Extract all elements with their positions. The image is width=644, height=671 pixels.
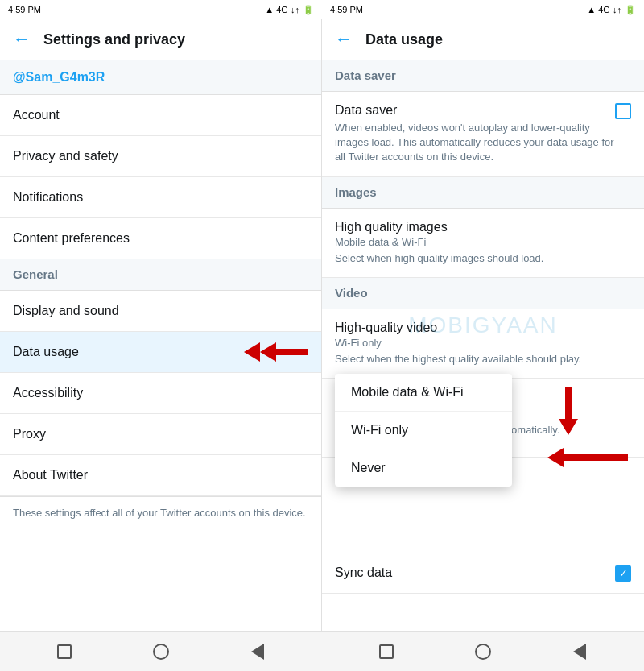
data-saver-item[interactable]: Data saver When enabled, videos won't au… (322, 92, 644, 177)
right-status-right: ▲ 4G ↓↑ 🔋 (587, 5, 636, 15)
right-nav-triangle[interactable] (568, 640, 592, 664)
data-saver-section-header: Data saver (322, 60, 644, 92)
right-time: 4:59 PM (330, 5, 363, 14)
settings-item-display-label: Display and sound (13, 304, 119, 317)
data-saver-checkbox[interactable] (615, 103, 631, 119)
settings-item-display[interactable]: Display and sound (0, 291, 321, 332)
svg-marker-1 (244, 342, 260, 362)
high-quality-images-subtitle: Mobile data & Wi-Fi (335, 236, 631, 248)
account-name: @Sam_G4m3R (13, 70, 105, 84)
video-section-label: Video (335, 286, 368, 300)
settings-item-accessibility[interactable]: Accessibility (0, 373, 321, 414)
right-panel: ← Data usage MOBIGYAAN Data saver Data s… (322, 19, 644, 631)
right-panel-header: ← Data usage (322, 19, 644, 60)
right-panel-title: Data usage (365, 31, 443, 48)
right-battery: 🔋 (625, 5, 636, 15)
square-icon (57, 644, 72, 659)
images-section-header: Images (322, 177, 644, 209)
high-quality-video-item[interactable]: High-quality video Wi-Fi only Select whe… (322, 309, 644, 379)
images-section-label: Images (335, 185, 377, 199)
right-nav-circle[interactable] (471, 640, 495, 664)
data-saver-row: Data saver When enabled, videos won't au… (335, 103, 631, 165)
triangle-icon (251, 644, 264, 660)
data-saver-title: Data saver (335, 103, 615, 118)
footer-text: These settings affect all of your Twitte… (13, 507, 306, 519)
sync-data-row: Sync data ✓ (335, 565, 631, 582)
video-section-header: Video (322, 278, 644, 309)
settings-item-proxy-label: Proxy (13, 427, 46, 441)
nav-bars (0, 631, 644, 671)
settings-item-privacy-label: Privacy and safety (13, 149, 118, 163)
left-status-bar: 4:59 PM ▲ 4G ↓↑ 🔋 (0, 0, 322, 19)
left-panel: ← Settings and privacy @Sam_G4m3R Accoun… (0, 19, 322, 631)
screens-container: ← Settings and privacy @Sam_G4m3R Accoun… (0, 19, 644, 631)
red-arrow-down (557, 387, 580, 435)
high-quality-images-description: Select when high quality images should l… (335, 251, 631, 266)
data-usage-list: Data saver Data saver When enabled, vide… (322, 60, 644, 631)
left-status-right: ▲ 4G ↓↑ 🔋 (265, 5, 314, 15)
circle-icon-right (475, 644, 491, 660)
high-quality-video-subtitle: Wi-Fi only (335, 337, 631, 349)
settings-item-data-usage[interactable]: Data usage (0, 332, 321, 373)
left-time: 4:59 PM (8, 5, 41, 14)
left-battery: 🔋 (303, 5, 314, 15)
high-quality-video-description: Select when the highest quality availabl… (335, 352, 631, 367)
right-nav-square[interactable] (374, 640, 398, 664)
triangle-icon-right (573, 644, 586, 660)
settings-item-privacy[interactable]: Privacy and safety (0, 136, 321, 177)
left-panel-header: ← Settings and privacy (0, 19, 321, 60)
left-nav-circle[interactable] (149, 640, 173, 664)
right-signal: ▲ 4G ↓↑ (587, 5, 621, 14)
general-section-header: General (0, 259, 321, 291)
footer-note: These settings affect all of your Twitte… (0, 496, 321, 528)
settings-list: @Sam_G4m3R Account Privacy and safety No… (0, 60, 321, 631)
settings-item-content[interactable]: Content preferences (0, 218, 321, 259)
settings-item-data-usage-label: Data usage (13, 345, 79, 358)
high-quality-images-title: High quality images (335, 220, 631, 234)
svg-marker-0 (260, 342, 308, 362)
general-section-label: General (13, 267, 58, 281)
dropdown-item-wifi-only[interactable]: Wi-Fi only (335, 412, 512, 449)
dropdown-item-never[interactable]: Never (335, 449, 512, 487)
circle-icon (153, 644, 169, 660)
status-bars: 4:59 PM ▲ 4G ↓↑ 🔋 4:59 PM ▲ 4G ↓↑ 🔋 (0, 0, 644, 19)
settings-item-notifications[interactable]: Notifications (0, 177, 321, 218)
data-saver-description: When enabled, videos won't autoplay and … (335, 121, 615, 165)
red-arrow-to-dropdown (547, 446, 628, 469)
high-quality-video-title: High-quality video (335, 321, 631, 335)
high-quality-images-item[interactable]: High quality images Mobile data & Wi-Fi … (322, 209, 644, 278)
right-nav-bar (322, 632, 644, 671)
square-icon-right (379, 644, 394, 659)
svg-marker-2 (559, 387, 578, 435)
settings-item-content-label: Content preferences (13, 231, 130, 245)
settings-item-account[interactable]: Account (0, 95, 321, 136)
left-signal: ▲ 4G ↓↑ (265, 5, 299, 14)
svg-marker-3 (547, 448, 628, 467)
data-saver-info: Data saver When enabled, videos won't au… (335, 103, 615, 165)
left-back-button[interactable]: ← (13, 31, 31, 48)
dropdown-item-mobile-wifi[interactable]: Mobile data & Wi-Fi (335, 374, 512, 412)
red-arrow-left (244, 341, 308, 363)
data-saver-section-label: Data saver (335, 68, 396, 82)
settings-item-notifications-label: Notifications (13, 190, 83, 204)
sync-data-item[interactable]: Sync data ✓ (322, 554, 644, 594)
left-nav-square[interactable] (52, 640, 76, 664)
left-nav-bar (0, 632, 322, 671)
account-section[interactable]: @Sam_G4m3R (0, 60, 321, 95)
settings-item-account-label: Account (13, 108, 60, 122)
video-autoplay-dropdown: Mobile data & Wi-Fi Wi-Fi only Never (335, 374, 512, 487)
settings-item-about[interactable]: About Twitter (0, 455, 321, 496)
sync-data-title: Sync data (335, 565, 392, 580)
left-panel-title: Settings and privacy (43, 31, 185, 48)
settings-item-proxy[interactable]: Proxy (0, 414, 321, 455)
left-nav-triangle[interactable] (246, 640, 270, 664)
right-back-button[interactable]: ← (335, 31, 353, 48)
right-status-bar: 4:59 PM ▲ 4G ↓↑ 🔋 (322, 0, 644, 19)
settings-item-about-label: About Twitter (13, 468, 88, 482)
sync-data-checkbox[interactable]: ✓ (615, 565, 631, 582)
settings-item-accessibility-label: Accessibility (13, 386, 83, 400)
